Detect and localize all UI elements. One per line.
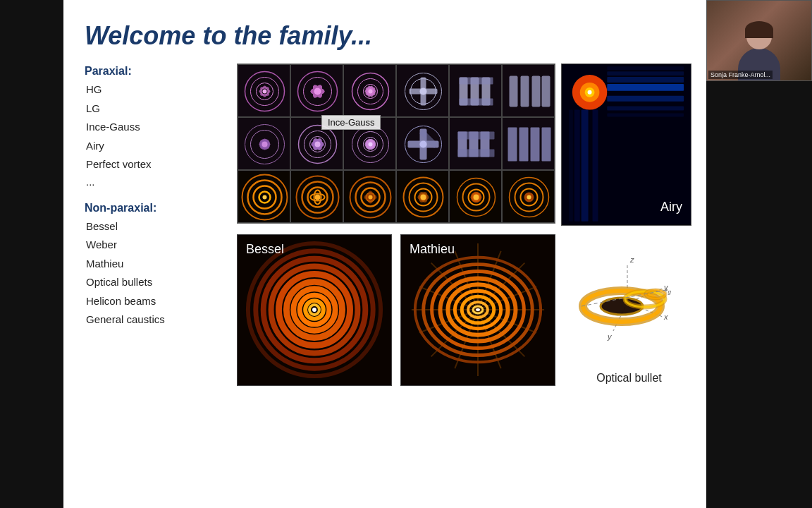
airy-label: Airy bbox=[660, 200, 682, 214]
svg-point-125 bbox=[421, 195, 426, 200]
webcam-label: Sonja Franke-Arnol... bbox=[708, 71, 773, 79]
svg-point-19 bbox=[314, 88, 321, 95]
non-paraxial-heading: Non-paraxial: bbox=[85, 202, 226, 214]
svg-point-58 bbox=[262, 142, 268, 147]
item-bessel: Bessel bbox=[86, 219, 226, 235]
beam-grid-container: Ince-Gauss bbox=[237, 64, 555, 226]
svg-rect-95 bbox=[531, 128, 540, 162]
svg-rect-158 bbox=[607, 71, 684, 75]
svg-rect-91 bbox=[458, 150, 495, 157]
beam-cell-r3c1 bbox=[238, 170, 290, 223]
images-column: Ince-Gauss bbox=[237, 64, 694, 494]
item-weber: Weber bbox=[86, 237, 226, 253]
beam-cell-r3c3 bbox=[343, 170, 396, 223]
svg-point-9 bbox=[263, 90, 267, 94]
left-sidebar bbox=[0, 0, 63, 508]
beam-cell-r1c5 bbox=[449, 64, 502, 117]
beam-cell-r1c3 bbox=[343, 64, 396, 117]
svg-rect-44 bbox=[521, 76, 529, 107]
svg-point-35 bbox=[420, 88, 427, 95]
beam-cell-r3c4 bbox=[396, 170, 449, 223]
svg-point-69 bbox=[315, 142, 321, 147]
paraxial-heading: Paraxial: bbox=[85, 65, 226, 78]
beam-cell-r1c4 bbox=[396, 64, 449, 117]
slide-title: Welcome to the family... bbox=[85, 21, 685, 51]
svg-rect-161 bbox=[582, 110, 589, 222]
svg-rect-163 bbox=[574, 110, 580, 222]
beam-cell-r1c1 bbox=[238, 64, 290, 117]
beam-cell-r2c3 bbox=[343, 117, 396, 170]
webcam-hair bbox=[745, 21, 773, 38]
right-panel: Sonja Franke-Arnol... bbox=[706, 0, 812, 508]
item-lg: LG bbox=[86, 101, 226, 117]
svg-rect-154 bbox=[607, 84, 684, 91]
airy-container: Airy bbox=[561, 64, 691, 226]
item-mathieu: Mathieu bbox=[86, 256, 226, 272]
svg-point-203 bbox=[476, 308, 480, 311]
svg-point-79 bbox=[369, 143, 373, 147]
mathieu-label: Mathieu bbox=[410, 242, 455, 257]
text-column: Paraxial: HG LG Ince-Gauss Airy Perfect … bbox=[85, 64, 226, 494]
svg-point-220 bbox=[665, 289, 668, 291]
item-perfect-vortex: Perfect vortex bbox=[86, 157, 226, 173]
item-general-caustics: General caustics bbox=[86, 312, 226, 328]
webcam-head bbox=[746, 24, 772, 49]
svg-rect-156 bbox=[607, 77, 684, 83]
item-dots: ... bbox=[86, 176, 226, 188]
svg-text:z: z bbox=[629, 255, 634, 264]
svg-rect-45 bbox=[532, 76, 541, 107]
beam-cell-r2c2 bbox=[290, 117, 343, 170]
svg-point-85 bbox=[420, 141, 427, 148]
svg-point-117 bbox=[369, 195, 373, 200]
svg-text:y: y bbox=[607, 332, 613, 341]
svg-point-148 bbox=[527, 195, 531, 200]
svg-rect-41 bbox=[460, 99, 493, 106]
beam-grid bbox=[237, 64, 555, 224]
bessel-label: Bessel bbox=[246, 242, 284, 257]
svg-rect-155 bbox=[607, 96, 684, 102]
bottom-images: Bessel bbox=[237, 234, 694, 389]
svg-rect-162 bbox=[593, 110, 598, 222]
beam-cell-r2c5 bbox=[449, 117, 502, 170]
svg-rect-93 bbox=[508, 128, 517, 162]
svg-point-153 bbox=[588, 90, 592, 95]
svg-point-135 bbox=[474, 195, 479, 200]
svg-rect-46 bbox=[542, 76, 550, 107]
webcam: Sonja Franke-Arnol... bbox=[706, 0, 812, 81]
beam-cell-r1c2 bbox=[290, 64, 343, 117]
svg-point-29 bbox=[369, 90, 373, 94]
bessel-image: Bessel bbox=[237, 234, 392, 386]
slide-content: Welcome to the family... Paraxial: HG LG… bbox=[63, 0, 706, 508]
item-airy: Airy bbox=[86, 138, 226, 155]
svg-rect-157 bbox=[607, 107, 684, 111]
svg-rect-164 bbox=[569, 110, 573, 222]
beam-cell-r2c4 bbox=[396, 117, 449, 170]
beam-cell-r2c1 bbox=[238, 117, 290, 170]
beam-cell-r3c2 bbox=[290, 170, 343, 223]
item-ince-gauss: Ince-Gauss bbox=[86, 119, 226, 135]
item-helicon-beams: Helicon beams bbox=[86, 294, 226, 310]
svg-rect-160 bbox=[607, 66, 684, 70]
optical-bullet-label: Optical bullet bbox=[596, 372, 662, 385]
svg-point-176 bbox=[312, 308, 316, 312]
webcam-video bbox=[707, 1, 811, 80]
svg-rect-40 bbox=[460, 78, 493, 85]
content-row: Paraxial: HG LG Ince-Gauss Airy Perfect … bbox=[85, 64, 685, 494]
item-optical-bullets: Optical bullets bbox=[86, 274, 226, 291]
beam-cell-r3c6 bbox=[502, 170, 555, 223]
svg-text:x: x bbox=[663, 313, 668, 321]
svg-rect-159 bbox=[607, 113, 684, 116]
top-images: Ince-Gauss bbox=[237, 64, 694, 226]
svg-rect-43 bbox=[510, 76, 518, 107]
svg-rect-96 bbox=[542, 128, 551, 162]
svg-point-109 bbox=[315, 195, 321, 200]
beam-cell-r1c6 bbox=[502, 64, 555, 117]
beam-cell-r3c5 bbox=[449, 170, 502, 223]
beam-cell-r2c6 bbox=[502, 117, 555, 170]
svg-rect-94 bbox=[519, 128, 529, 162]
mathieu-image: Mathieu bbox=[400, 234, 555, 386]
item-hg: HG bbox=[86, 82, 226, 98]
svg-point-102 bbox=[263, 195, 267, 200]
optical-bullet-box: vg z x y bbox=[564, 234, 694, 386]
svg-rect-90 bbox=[458, 132, 495, 140]
